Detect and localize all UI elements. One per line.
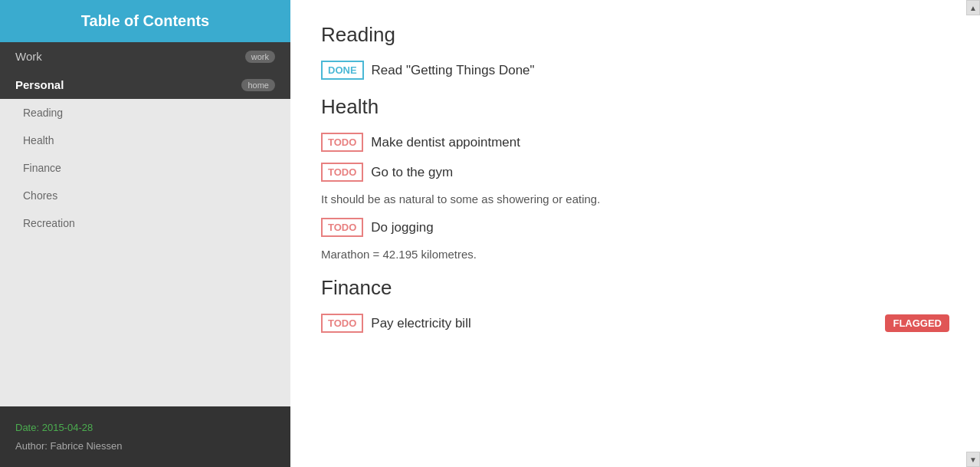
sidebar-item-recreation[interactable]: Recreation xyxy=(0,209,290,237)
main-content[interactable]: ▲ ▼ Reading DONE Read "Getting Things Do… xyxy=(290,0,980,467)
task-row-left: TODO Pay electricity bill xyxy=(321,314,471,333)
task-row: TODO Make dentist appointment xyxy=(321,133,949,152)
task-row: DONE Read "Getting Things Done" xyxy=(321,61,949,80)
sidebar-badge-work: work xyxy=(245,51,275,63)
sidebar: Table of Contents Work work Personal hom… xyxy=(0,0,290,467)
task-text: Do jogging xyxy=(371,220,433,235)
task-text: Go to the gym xyxy=(371,165,453,180)
sidebar-section-work-label: Work xyxy=(15,50,42,63)
badge-todo: TODO xyxy=(321,133,363,152)
sidebar-header: Table of Contents xyxy=(0,0,290,42)
task-text: Pay electricity bill xyxy=(371,316,470,331)
scroll-down-button[interactable]: ▼ xyxy=(966,452,980,467)
flagged-badge: FLAGGED xyxy=(885,314,949,332)
footer-author: Author: Fabrice Niessen xyxy=(15,437,275,455)
sidebar-section-work[interactable]: Work work xyxy=(0,42,290,71)
sidebar-badge-personal: home xyxy=(241,79,275,91)
sidebar-item-chores[interactable]: Chores xyxy=(0,182,290,209)
badge-todo: TODO xyxy=(321,314,363,333)
task-row: TODO Go to the gym xyxy=(321,163,949,182)
sidebar-subitems: Reading Health Finance Chores Recreation xyxy=(0,99,290,406)
section-heading-reading: Reading xyxy=(321,23,949,47)
task-text: Read "Getting Things Done" xyxy=(372,63,535,78)
sidebar-item-reading[interactable]: Reading xyxy=(0,99,290,127)
task-note: Marathon = 42.195 kilometres. xyxy=(321,248,949,261)
sidebar-item-health[interactable]: Health xyxy=(0,127,290,154)
sidebar-section-personal[interactable]: Personal home xyxy=(0,71,290,99)
footer-date: Date: 2015-04-28 xyxy=(15,419,275,436)
section-heading-finance: Finance xyxy=(321,276,949,300)
badge-todo: TODO xyxy=(321,218,363,237)
task-row-flagged: TODO Pay electricity bill FLAGGED xyxy=(321,314,949,333)
task-note: It should be as natural to some as showe… xyxy=(321,192,949,206)
section-heading-health: Health xyxy=(321,95,949,119)
sidebar-section-personal-label: Personal xyxy=(15,78,64,91)
sidebar-footer: Date: 2015-04-28 Author: Fabrice Niessen xyxy=(0,406,290,467)
scroll-up-button[interactable]: ▲ xyxy=(966,0,980,15)
sidebar-item-finance[interactable]: Finance xyxy=(0,154,290,182)
badge-todo: TODO xyxy=(321,163,363,182)
task-row: TODO Do jogging xyxy=(321,218,949,237)
footer-date-value: 2015-04-28 xyxy=(42,422,93,433)
badge-done: DONE xyxy=(321,61,364,80)
footer-date-label: Date: xyxy=(15,422,39,433)
task-text: Make dentist appointment xyxy=(371,135,520,150)
